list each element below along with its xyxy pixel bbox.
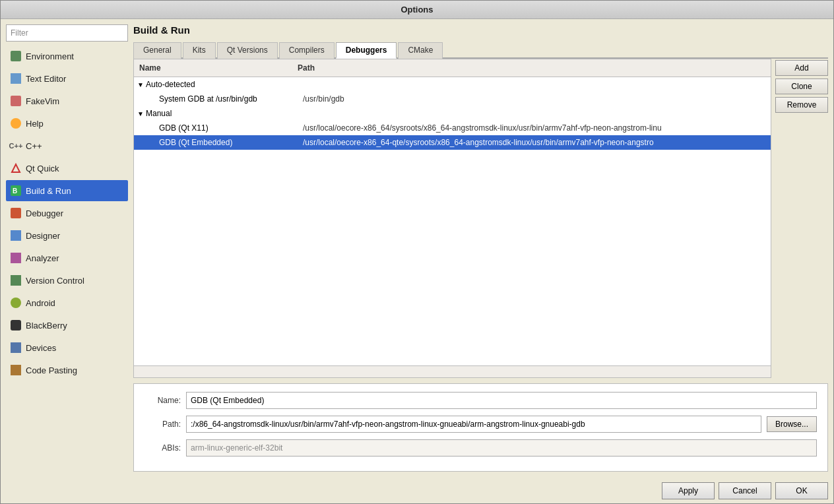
section-title: Build & Run bbox=[133, 24, 828, 36]
sidebar-item-label: Analyzer bbox=[26, 253, 59, 263]
title-bar: Options bbox=[1, 1, 833, 19]
sidebar-item-texteditor[interactable]: Text Editor bbox=[6, 68, 128, 89]
sidebar-item-label: FakeVim bbox=[26, 96, 59, 106]
devices-icon bbox=[10, 342, 22, 354]
debugger-path: /usr/local/oecore-x86_64/sysroots/x86_64… bbox=[303, 123, 768, 133]
path-label: Path: bbox=[144, 420, 181, 429]
sidebar-item-label: Build & Run bbox=[26, 186, 71, 196]
ok-button[interactable]: OK bbox=[775, 482, 828, 499]
tab-general[interactable]: General bbox=[133, 42, 181, 59]
collapse-toggle[interactable]: ▼ bbox=[137, 80, 144, 88]
table-row[interactable]: GDB (Qt X11) /usr/local/oecore-x86_64/sy… bbox=[134, 121, 771, 135]
abis-label: ABIs: bbox=[144, 443, 181, 453]
sidebar-item-designer[interactable]: Designer bbox=[6, 225, 128, 246]
sidebar-item-label: Debugger bbox=[26, 208, 63, 218]
sidebar-item-debugger[interactable]: Debugger bbox=[6, 203, 128, 224]
sidebar-item-analyzer[interactable]: Analyzer bbox=[6, 247, 128, 268]
path-row: Path: Browse... bbox=[144, 416, 817, 433]
window-title: Options bbox=[401, 5, 433, 15]
group-label: Manual bbox=[144, 109, 290, 118]
filter-input[interactable] bbox=[6, 24, 128, 42]
main-content: Build & Run General Kits Qt Versions Com… bbox=[133, 24, 828, 472]
cancel-button[interactable]: Cancel bbox=[719, 482, 771, 499]
browse-button[interactable]: Browse... bbox=[767, 416, 817, 432]
debugger-path: /usr/bin/gdb bbox=[303, 94, 768, 104]
debugger-name: GDB (Qt Embedded) bbox=[158, 138, 303, 147]
debugger-name: System GDB at /usr/bin/gdb bbox=[158, 94, 303, 104]
clone-button[interactable]: Clone bbox=[775, 79, 828, 94]
table-row-selected[interactable]: GDB (Qt Embedded) /usr/local/oecore-x86_… bbox=[134, 135, 771, 150]
env-icon bbox=[10, 50, 22, 62]
tab-compilers[interactable]: Compilers bbox=[279, 42, 335, 59]
table-and-buttons: Name Path ▼ Auto-detected S bbox=[133, 59, 828, 378]
table-body: ▼ Auto-detected System GDB at /usr/bin/g… bbox=[134, 77, 771, 365]
sidebar-item-label: Help bbox=[26, 119, 44, 129]
action-buttons: Add Clone Remove bbox=[775, 59, 828, 378]
details-panel: Name: Path: Browse... ABIs: bbox=[133, 383, 828, 472]
sidebar-item-buildrun[interactable]: B Build & Run bbox=[6, 180, 128, 201]
blackberry-icon bbox=[10, 319, 22, 331]
sidebar-item-label: Code Pasting bbox=[26, 365, 77, 375]
name-row: Name: bbox=[144, 392, 817, 409]
collapse-toggle[interactable]: ▼ bbox=[137, 110, 144, 117]
group-manual[interactable]: ▼ Manual bbox=[134, 106, 771, 121]
debuggers-table: Name Path ▼ Auto-detected S bbox=[133, 59, 771, 378]
sidebar-item-fakevim[interactable]: FakeVim bbox=[6, 90, 128, 111]
debugger-path: /usr/local/oecore-x86_64-qte/sysroots/x8… bbox=[303, 138, 768, 147]
sidebar-item-label: Text Editor bbox=[26, 74, 66, 84]
abis-row: ABIs: bbox=[144, 439, 817, 457]
name-column-header: Name bbox=[134, 62, 292, 74]
add-button[interactable]: Add bbox=[775, 60, 828, 76]
debugger-name: GDB (Qt X11) bbox=[158, 123, 303, 133]
cpp-icon: C++ bbox=[10, 140, 22, 152]
analyzer-icon bbox=[10, 252, 22, 264]
sidebar: Environment Text Editor FakeVim Help C++… bbox=[6, 24, 128, 472]
sidebar-item-devices[interactable]: Devices bbox=[6, 337, 128, 358]
sidebar-item-help[interactable]: Help bbox=[6, 113, 128, 134]
codepasting-icon bbox=[10, 364, 22, 376]
tab-kits[interactable]: Kits bbox=[183, 42, 216, 59]
path-column-header: Path bbox=[292, 62, 771, 74]
buildrun-icon: B bbox=[10, 185, 22, 197]
svg-marker-0 bbox=[12, 164, 20, 172]
sidebar-item-label: Designer bbox=[26, 231, 60, 241]
name-input[interactable] bbox=[186, 392, 817, 409]
sidebar-item-android[interactable]: Android bbox=[6, 292, 128, 313]
group-auto-detected[interactable]: ▼ Auto-detected bbox=[134, 77, 771, 92]
remove-button[interactable]: Remove bbox=[775, 97, 828, 113]
sidebar-item-versioncontrol[interactable]: Version Control bbox=[6, 270, 128, 291]
apply-button[interactable]: Apply bbox=[662, 482, 715, 499]
sidebar-item-qtquick[interactable]: Qt Quick bbox=[6, 158, 128, 179]
options-window: Options Environment Text Editor FakeVim … bbox=[0, 0, 834, 504]
sidebar-item-cpp[interactable]: C++ C++ bbox=[6, 135, 128, 156]
designer-icon bbox=[10, 230, 22, 241]
sidebar-item-label: Android bbox=[26, 298, 55, 308]
sidebar-item-codepasting[interactable]: Code Pasting bbox=[6, 360, 128, 381]
android-icon bbox=[10, 297, 22, 309]
sidebar-item-label: Devices bbox=[26, 343, 56, 353]
fakevim-icon bbox=[10, 95, 22, 107]
horizontal-scrollbar[interactable] bbox=[134, 365, 771, 377]
tab-qtversions[interactable]: Qt Versions bbox=[217, 42, 278, 59]
sidebar-item-label: Version Control bbox=[26, 276, 84, 286]
sidebar-item-label: C++ bbox=[26, 141, 42, 151]
table-header: Name Path bbox=[134, 59, 771, 77]
group-label: Auto-detected bbox=[144, 80, 290, 89]
sidebar-item-blackberry[interactable]: BlackBerry bbox=[6, 315, 128, 336]
versioncontrol-icon bbox=[10, 274, 22, 286]
abis-input bbox=[186, 439, 817, 457]
debugger-icon bbox=[10, 207, 22, 219]
tab-debuggers[interactable]: Debuggers bbox=[336, 42, 397, 59]
sidebar-item-label: Qt Quick bbox=[26, 164, 59, 173]
sidebar-item-label: BlackBerry bbox=[26, 321, 67, 331]
svg-text:B: B bbox=[13, 187, 17, 195]
bottom-bar: Apply Cancel OK bbox=[1, 477, 833, 503]
texteditor-icon bbox=[10, 73, 22, 84]
tabs-bar: General Kits Qt Versions Compilers Debug… bbox=[133, 41, 828, 59]
table-row[interactable]: System GDB at /usr/bin/gdb /usr/bin/gdb bbox=[134, 92, 771, 106]
path-input[interactable] bbox=[186, 416, 761, 433]
help-icon bbox=[10, 117, 22, 129]
sidebar-item-environment[interactable]: Environment bbox=[6, 46, 128, 67]
name-label: Name: bbox=[144, 396, 181, 405]
tab-cmake[interactable]: CMake bbox=[398, 42, 443, 59]
